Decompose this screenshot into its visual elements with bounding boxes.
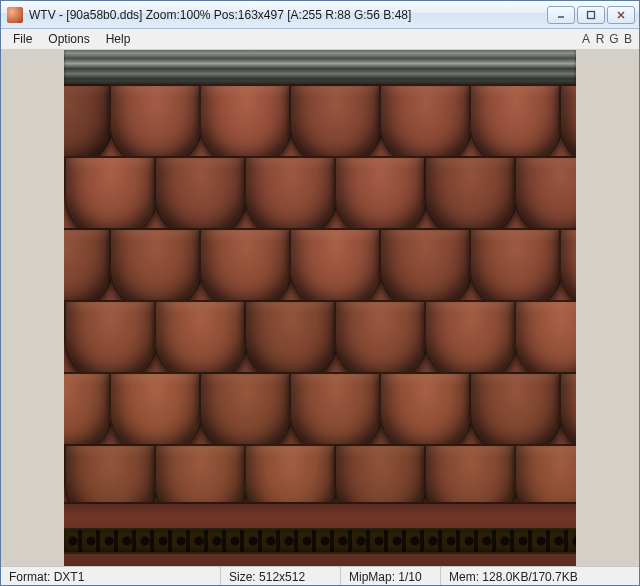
texture-image xyxy=(64,50,576,566)
title-pos: Pos:163x497 xyxy=(214,8,284,22)
status-memory: Mem: 128.0KB/170.7KB xyxy=(441,567,639,586)
close-button[interactable] xyxy=(607,6,635,24)
status-mem-label: Mem: xyxy=(449,570,479,584)
menu-help[interactable]: Help xyxy=(98,30,139,48)
status-format-value: DXT1 xyxy=(54,570,85,584)
title-pixel: [A:255 R:88 G:56 B:48] xyxy=(287,8,411,22)
title-file: [90a58b0.dds] xyxy=(66,8,142,22)
menubar: File Options Help A R G B xyxy=(1,29,639,50)
status-format-label: Format: xyxy=(9,570,50,584)
status-mip-value: 1/10 xyxy=(398,570,421,584)
minimize-button[interactable] xyxy=(547,6,575,24)
status-format: Format: DXT1 xyxy=(1,567,221,586)
texture-deco-holes xyxy=(64,530,576,552)
texture-body xyxy=(64,84,576,502)
channel-toggles: A R G B xyxy=(579,30,635,48)
titlebar: WTV - [90a58b0.dds] Zoom:100% Pos:163x49… xyxy=(1,1,639,29)
status-size-value: 512x512 xyxy=(259,570,305,584)
channel-g[interactable]: G xyxy=(607,30,621,48)
status-mem-value: 128.0KB/170.7KB xyxy=(482,570,577,584)
channel-b[interactable]: B xyxy=(621,30,635,48)
title-zoom: Zoom:100% xyxy=(146,8,211,22)
statusbar: Format: DXT1 Size: 512x512 MipMap: 1/10 … xyxy=(1,566,639,586)
maximize-button[interactable] xyxy=(577,6,605,24)
app-icon xyxy=(7,7,23,23)
texture-trim xyxy=(64,50,576,84)
viewport[interactable] xyxy=(1,50,639,566)
status-mipmap: MipMap: 1/10 xyxy=(341,567,441,586)
window-title: WTV - [90a58b0.dds] Zoom:100% Pos:163x49… xyxy=(29,8,547,22)
status-size-label: Size: xyxy=(229,570,256,584)
window-buttons xyxy=(547,6,635,24)
svg-rect-1 xyxy=(588,11,595,18)
title-app: WTV xyxy=(29,8,56,22)
channel-a[interactable]: A xyxy=(579,30,593,48)
status-size: Size: 512x512 xyxy=(221,567,341,586)
menu-file[interactable]: File xyxy=(5,30,40,48)
menu-options[interactable]: Options xyxy=(40,30,97,48)
channel-r[interactable]: R xyxy=(593,30,607,48)
status-mip-label: MipMap: xyxy=(349,570,395,584)
